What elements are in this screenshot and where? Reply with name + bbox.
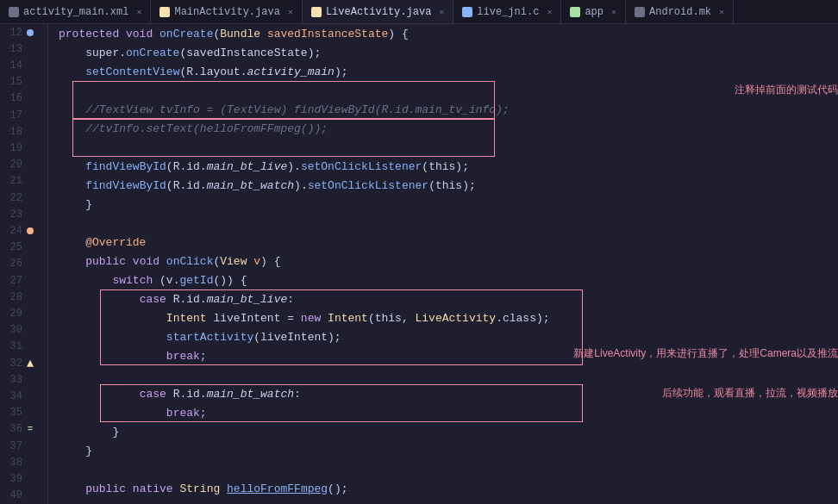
line-num: 20 [3, 159, 22, 171]
line-num: 25 [3, 241, 22, 253]
breakpoint-dot-orange [27, 227, 34, 234]
code-line-34: } [59, 441, 828, 460]
tab-label: Android.mk [649, 6, 711, 18]
tab-live-jni-c[interactable]: live_jni.c ✕ [453, 0, 561, 24]
tab-app[interactable]: app ✕ [561, 0, 626, 24]
param-saved: savedInstanceState [267, 28, 388, 40]
class-bundle: Bundle [220, 28, 260, 40]
gutter-row-23: 23 [3, 206, 41, 222]
line-num: 26 [3, 258, 22, 270]
code-plain: (v. [159, 274, 179, 287]
keyword-switch: switch [112, 274, 159, 287]
keyword-public-2: public [85, 482, 133, 495]
tab-label: app [585, 6, 603, 18]
tab-close-active[interactable]: ✕ [439, 7, 444, 17]
line-num: 12 [3, 27, 22, 39]
class-string: String [179, 482, 220, 495]
tab-close[interactable]: ✕ [136, 7, 141, 17]
class-intent: Intent [166, 312, 207, 325]
code-indent [59, 293, 140, 306]
class-view: View [220, 255, 247, 268]
tab-icon-mk [635, 7, 645, 17]
line-indicator-32 [24, 360, 36, 367]
code-indent [59, 482, 85, 495]
code-line-22 [59, 214, 828, 233]
code-line-37 [59, 498, 828, 504]
code-line-33: } [59, 422, 828, 441]
tab-icon-java [159, 7, 170, 17]
line-num: 15 [3, 76, 22, 88]
code-plain: : [294, 388, 301, 401]
code-plain: ); [335, 65, 348, 78]
line-num: 37 [3, 440, 22, 452]
tab-activity-main-xml[interactable]: activity_main.xml ✕ [0, 0, 151, 24]
tab-close[interactable]: ✕ [547, 7, 552, 17]
gutter-row-22: 22 [3, 190, 41, 206]
line-num: 23 [3, 208, 22, 221]
gutter-row-27: 27 [3, 272, 41, 289]
line-num: 39 [3, 473, 22, 485]
code-plain: (R.id. [166, 179, 207, 192]
code-plain: ) { [260, 255, 280, 268]
gutter-row-34: 34 [3, 388, 41, 404]
code-plain: ). [287, 160, 301, 173]
code-plain: R.id. [173, 388, 207, 401]
code-plain: : [287, 293, 294, 306]
gutter-row-14: 14 [3, 57, 41, 73]
code-plain: super. [59, 47, 126, 59]
tab-icon-app [570, 7, 580, 17]
code-content[interactable]: 注释掉前面的测试代码 新建LiveActivity，用来进行直播了，处理Came… [48, 24, 838, 504]
fn-helloffmpeg: helloFromFFmpeg [227, 482, 328, 495]
code-line-13: super.onCreate(savedInstanceState); [59, 43, 828, 62]
line-num: 16 [3, 92, 22, 104]
code-indent [59, 179, 85, 192]
keyword-new: new [301, 312, 328, 325]
tab-icon-xml [9, 7, 19, 17]
code-line-20: findViewById(R.id.main_bt_watch).setOnCl… [59, 176, 828, 195]
comment-16: //TextView tvInfo = (TextView) findViewB… [85, 103, 509, 116]
gutter-row-26: 26 [3, 256, 41, 272]
keyword-protected: protected [59, 28, 126, 40]
code-indent [59, 160, 85, 173]
gutter-row-16: 16 [3, 90, 41, 107]
line-numbers-gutter: 12 13 14 15 16 17 18 [0, 24, 48, 504]
intent-annotation-text: 新建LiveActivity，用来进行直播了，处理Camera以及推流 [573, 346, 838, 361]
gutter-row-39: 39 [3, 470, 41, 487]
line-num: 32 [3, 358, 22, 370]
gutter-row-37: 37 [3, 438, 41, 454]
code-line-35 [59, 460, 828, 479]
field-main-bt-watch: main_bt_watch [207, 179, 294, 192]
line-num: 14 [3, 59, 22, 72]
code-indent [59, 122, 85, 135]
fn-oncreate: onCreate [159, 28, 213, 40]
gutter-row-20: 20 [3, 157, 41, 173]
tab-close[interactable]: ✕ [611, 7, 616, 17]
gutter-row-18: 18 [3, 123, 41, 140]
code-line-25: switch (v.getId()) { [59, 271, 828, 289]
keyword-native: native [133, 482, 180, 495]
code-plain: } [59, 445, 92, 457]
line-indicator-36: = [24, 425, 36, 434]
code-line-16: //TextView tvInfo = (TextView) findViewB… [59, 100, 828, 119]
tab-liveactivity-java[interactable]: LiveActivity.java ✕ [303, 0, 453, 24]
code-indent [59, 274, 112, 287]
tab-label: live_jni.c [477, 6, 539, 18]
gutter-row-24: 24 [3, 222, 41, 239]
code-indent [59, 407, 166, 420]
gutter-row-31: 31 [3, 339, 41, 355]
keyword-void: void [126, 28, 159, 40]
code-plain [220, 482, 227, 495]
gutter-row-36: 36 = [3, 421, 41, 438]
tab-close[interactable]: ✕ [288, 7, 293, 17]
code-plain: (); [328, 482, 347, 495]
code-area: 12 13 14 15 16 17 18 [0, 24, 838, 504]
tab-close[interactable]: ✕ [719, 7, 724, 17]
code-line-12: protected void onCreate(Bundle savedInst… [59, 24, 828, 43]
code-line-36: public native String helloFromFFmpeg(); [59, 479, 828, 498]
fn-getid: getId [179, 274, 213, 287]
fn-setonclick-20: setOnClickListener [308, 179, 428, 192]
line-num: 30 [3, 324, 22, 336]
tab-android-mk[interactable]: Android.mk ✕ [626, 0, 734, 24]
code-indent [59, 350, 166, 363]
tab-mainactivity-java[interactable]: MainActivity.java ✕ [151, 0, 302, 24]
